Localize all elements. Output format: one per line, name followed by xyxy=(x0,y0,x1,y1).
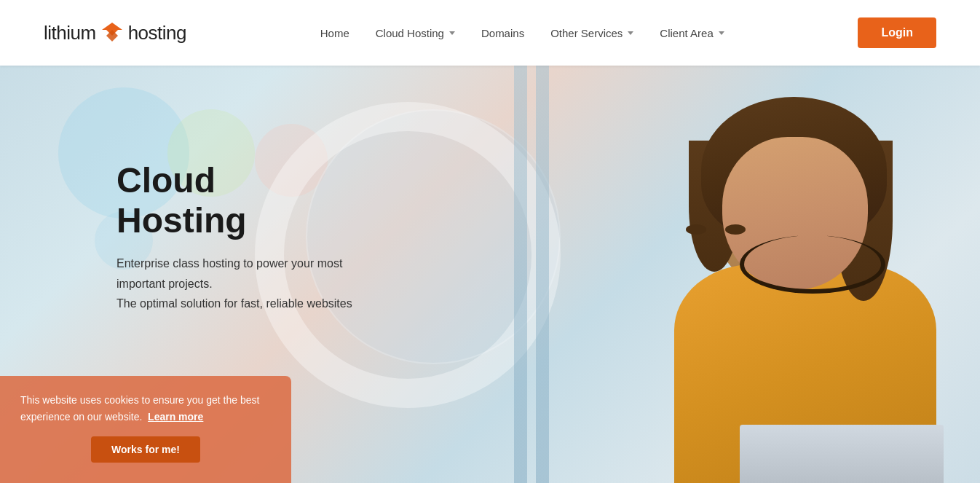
hero-section: Cloud Hosting Enterprise class hosting t… xyxy=(0,66,980,483)
nav-link-home[interactable]: Home xyxy=(310,23,360,44)
logo[interactable]: lithium hosting xyxy=(44,20,186,46)
navbar: lithium hosting Home Cloud Hosting Domai… xyxy=(0,0,980,66)
login-button[interactable]: Login xyxy=(858,17,936,48)
nav-item-client-area[interactable]: Client Area xyxy=(649,23,734,44)
laptop xyxy=(740,425,944,483)
nav-link-client-area[interactable]: Client Area xyxy=(649,23,734,44)
hero-title: Cloud Hosting xyxy=(116,160,352,240)
logo-icon xyxy=(99,20,125,46)
nav-item-home[interactable]: Home xyxy=(310,23,360,44)
hero-description: Enterprise class hosting to power your m… xyxy=(116,254,352,313)
logo-text-left: lithium xyxy=(44,22,96,44)
chevron-down-icon xyxy=(719,31,724,35)
nav-item-domains[interactable]: Domains xyxy=(471,23,534,44)
hero-content: Cloud Hosting Enterprise class hosting t… xyxy=(116,160,352,313)
nav-link-other-services[interactable]: Other Services xyxy=(540,23,644,44)
woman-eye-left xyxy=(686,224,706,235)
svg-marker-1 xyxy=(106,30,118,42)
nav-link-cloud-hosting[interactable]: Cloud Hosting xyxy=(365,23,465,44)
cookie-banner: This website uses cookies to ensure you … xyxy=(0,376,291,483)
woman-eye-right xyxy=(725,224,746,235)
logo-text-right: hosting xyxy=(128,22,186,44)
nav-item-cloud-hosting[interactable]: Cloud Hosting xyxy=(365,23,465,44)
nav-item-other-services[interactable]: Other Services xyxy=(540,23,644,44)
nav-links: Home Cloud Hosting Domains Other Service… xyxy=(310,23,735,44)
cookie-text: This website uses cookies to ensure you … xyxy=(20,392,271,425)
nav-link-domains[interactable]: Domains xyxy=(471,23,534,44)
hero-person xyxy=(507,66,980,483)
chevron-down-icon xyxy=(628,31,633,35)
woman-necklace xyxy=(740,235,885,294)
woman-figure xyxy=(529,97,980,483)
cookie-learn-more-link[interactable]: Learn more xyxy=(148,411,203,423)
chevron-down-icon xyxy=(449,31,455,35)
cookie-accept-button[interactable]: Works for me! xyxy=(91,436,200,463)
